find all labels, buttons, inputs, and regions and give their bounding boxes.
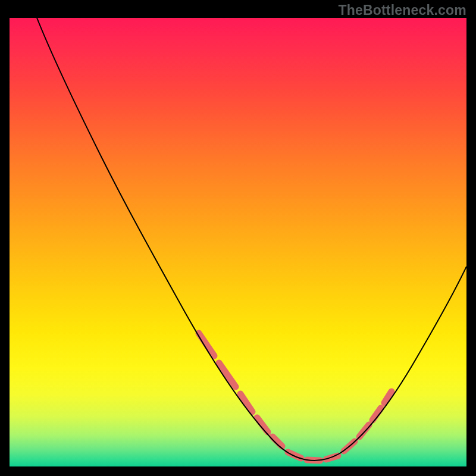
watermark-text: TheBottleneck.com bbox=[338, 2, 466, 18]
chart-svg bbox=[10, 18, 466, 466]
chart-frame bbox=[8, 17, 468, 468]
chart-plot-area bbox=[10, 18, 466, 466]
highlight-dashes bbox=[199, 333, 392, 461]
chart-curve bbox=[37, 18, 466, 461]
